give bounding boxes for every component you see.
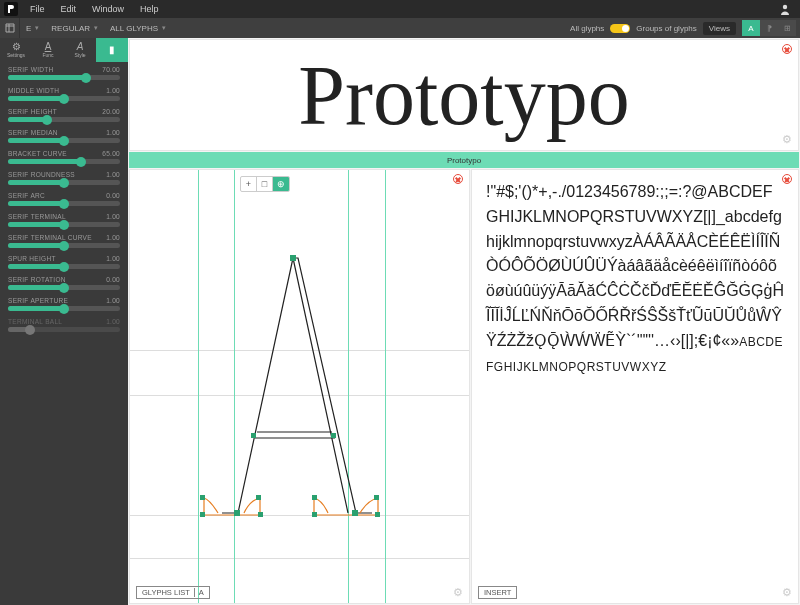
project-select[interactable]: E▾ xyxy=(20,24,45,33)
param-value: 1.00 xyxy=(106,234,120,241)
menu-edit[interactable]: Edit xyxy=(53,4,85,14)
gear-icon[interactable]: ⚙ xyxy=(782,586,792,599)
insert-button[interactable]: INSERT xyxy=(478,586,517,599)
slider-track[interactable] xyxy=(8,96,120,101)
view-word-icon[interactable]: ⁋ xyxy=(760,20,778,36)
glyph-toggle[interactable] xyxy=(610,24,630,33)
param-label: SERIF WIDTH xyxy=(8,66,54,73)
slider-track[interactable] xyxy=(8,285,120,290)
svg-rect-11 xyxy=(258,512,263,517)
param-label: SERIF ROUNDNESS xyxy=(8,171,75,178)
views-button[interactable]: Views xyxy=(703,22,736,35)
slider-track[interactable] xyxy=(8,327,120,332)
slider-knob[interactable] xyxy=(59,241,69,251)
param-serif-rotation: SERIF ROTATION0.00 xyxy=(8,276,120,290)
sidebar-tab-settings[interactable]: ⚙Settings xyxy=(0,38,32,62)
svg-rect-8 xyxy=(251,433,256,438)
toggle-groups-label: Groups of glyphs xyxy=(636,24,696,33)
close-icon[interactable] xyxy=(782,44,792,54)
sidebar-tab-func[interactable]: AFunc xyxy=(32,38,64,62)
glyph-filter-select[interactable]: ALL GLYPHS▾ xyxy=(104,24,172,33)
param-value: 20.00 xyxy=(102,108,120,115)
menu-help[interactable]: Help xyxy=(132,4,167,14)
chevron-down-icon: ▾ xyxy=(94,24,98,32)
svg-rect-12 xyxy=(312,512,317,517)
slider-knob[interactable] xyxy=(25,325,35,335)
glyph-editor[interactable]: + □ ⊕ GLYPHS LIST A ⚙ xyxy=(129,169,470,604)
gear-icon[interactable]: ⚙ xyxy=(782,133,792,146)
param-middle-width: MIDDLE WIDTH1.00 xyxy=(8,87,120,101)
param-value: 1.00 xyxy=(106,318,120,325)
slider-knob[interactable] xyxy=(42,115,52,125)
glyphs-list-button[interactable]: GLYPHS LIST A xyxy=(136,586,210,599)
sidebar: ⚙Settings AFunc AStyle ▮ SERIF WIDTH70.0… xyxy=(0,38,128,605)
zoom-fit-icon[interactable]: □ xyxy=(257,177,273,191)
svg-rect-2 xyxy=(234,510,240,516)
slider-track[interactable] xyxy=(8,306,120,311)
gear-icon[interactable]: ⚙ xyxy=(453,586,463,599)
func-icon: A xyxy=(45,42,52,52)
slider-knob[interactable] xyxy=(76,157,86,167)
svg-rect-7 xyxy=(374,495,379,500)
param-value: 0.00 xyxy=(106,276,120,283)
slider-knob[interactable] xyxy=(59,136,69,146)
slider-knob[interactable] xyxy=(59,283,69,293)
param-serif-terminal: SERIF TERMINAL1.00 xyxy=(8,213,120,227)
app-logo[interactable] xyxy=(4,2,18,16)
param-label: TERMINAL BALL xyxy=(8,318,62,325)
view-glyph-icon[interactable]: A xyxy=(742,20,760,36)
zoom-in-icon[interactable]: + xyxy=(241,177,257,191)
library-icon[interactable] xyxy=(0,18,20,38)
slider-track[interactable] xyxy=(8,117,120,122)
param-serif-terminal-curve: SERIF TERMINAL CURVE1.00 xyxy=(8,234,120,248)
slider-track[interactable] xyxy=(8,201,120,206)
close-icon[interactable] xyxy=(453,174,463,184)
param-value: 1.00 xyxy=(106,87,120,94)
slider-track[interactable] xyxy=(8,138,120,143)
sidebar-tab-serif[interactable]: ▮ xyxy=(96,38,128,62)
toggle-all-glyphs-label: All glyphs xyxy=(570,24,604,33)
svg-rect-9 xyxy=(331,433,336,438)
glyph-outline xyxy=(130,170,469,603)
param-serif-arc: SERIF ARC0.00 xyxy=(8,192,120,206)
slider-knob[interactable] xyxy=(59,94,69,104)
style-icon: A xyxy=(77,42,84,52)
chevron-down-icon: ▾ xyxy=(162,24,166,32)
user-icon[interactable] xyxy=(778,2,792,16)
slider-track[interactable] xyxy=(8,75,120,80)
slider-knob[interactable] xyxy=(59,178,69,188)
editor-mode-controls: + □ ⊕ xyxy=(240,176,290,192)
slider-knob[interactable] xyxy=(59,262,69,272)
view-grid-icon[interactable]: ⊞ xyxy=(778,20,796,36)
param-label: SERIF HEIGHT xyxy=(8,108,57,115)
param-serif-aperture: SERIF APERTURE1.00 xyxy=(8,297,120,311)
param-serif-width: SERIF WIDTH70.00 xyxy=(8,66,120,80)
param-label: SERIF TERMINAL xyxy=(8,213,66,220)
slider-track[interactable] xyxy=(8,264,120,269)
slider-track[interactable] xyxy=(8,159,120,164)
param-label: SERIF APERTURE xyxy=(8,297,68,304)
param-label: SERIF TERMINAL CURVE xyxy=(8,234,92,241)
param-label: SERIF MEDIAN xyxy=(8,129,58,136)
param-bracket-curve: BRACKET CURVE65.00 xyxy=(8,150,120,164)
slider-track[interactable] xyxy=(8,180,120,185)
slider-knob[interactable] xyxy=(81,73,91,83)
slider-track[interactable] xyxy=(8,243,120,248)
tab-bar[interactable]: Prototypo xyxy=(129,152,799,168)
weight-select[interactable]: REGULAR▾ xyxy=(45,24,104,33)
close-icon[interactable] xyxy=(782,174,792,184)
slider-knob[interactable] xyxy=(59,304,69,314)
slider-track[interactable] xyxy=(8,222,120,227)
param-serif-median: SERIF MEDIAN1.00 xyxy=(8,129,120,143)
svg-rect-13 xyxy=(375,512,380,517)
svg-rect-3 xyxy=(352,510,358,516)
node-mode-icon[interactable]: ⊕ xyxy=(273,177,289,191)
menu-window[interactable]: Window xyxy=(84,4,132,14)
sidebar-tab-style[interactable]: AStyle xyxy=(64,38,96,62)
glyph-characters[interactable]: !"#$;'()*+,-./0123456789:;;=:?@ABCDEFGHI… xyxy=(472,170,798,382)
menu-file[interactable]: File xyxy=(22,4,53,14)
slider-knob[interactable] xyxy=(59,220,69,230)
svg-rect-5 xyxy=(256,495,261,500)
slider-knob[interactable] xyxy=(59,199,69,209)
menu-bar: File Edit Window Help xyxy=(0,0,800,18)
